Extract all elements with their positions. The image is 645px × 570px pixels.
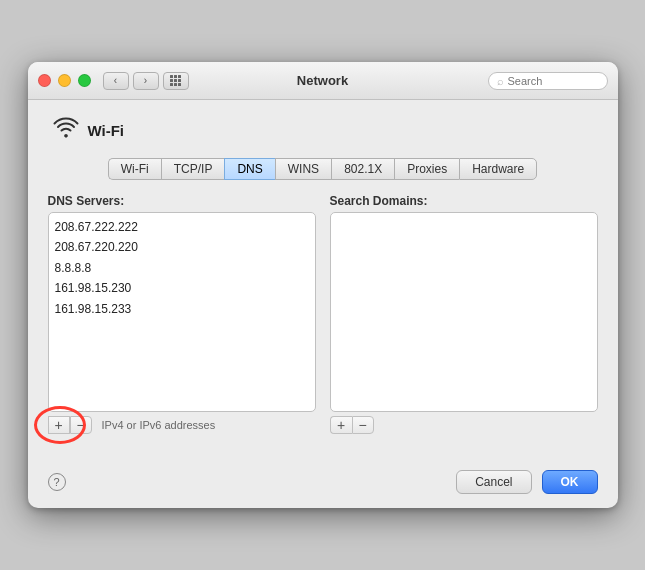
search-input[interactable] (508, 75, 588, 87)
list-item: 208.67.222.222 (55, 217, 309, 237)
search-domains-controls: + − (330, 416, 598, 434)
dns-servers-panel: DNS Servers: 208.67.222.222 208.67.220.2… (48, 194, 316, 434)
forward-button[interactable]: › (133, 72, 159, 90)
tab-hardware[interactable]: Hardware (459, 158, 537, 180)
panels: DNS Servers: 208.67.222.222 208.67.220.2… (48, 194, 598, 434)
search-domains-remove-button[interactable]: − (352, 416, 374, 434)
maximize-button[interactable] (78, 74, 91, 87)
tab-wins[interactable]: WINS (275, 158, 331, 180)
list-item: 208.67.220.220 (55, 237, 309, 257)
list-item: 8.8.8.8 (55, 258, 309, 278)
dns-controls: + − IPv4 or IPv6 addresses (48, 416, 316, 434)
search-domains-label: Search Domains: (330, 194, 598, 208)
tab-8021x[interactable]: 802.1X (331, 158, 394, 180)
help-button[interactable]: ? (48, 473, 66, 491)
search-domains-list[interactable] (330, 212, 598, 412)
grid-button[interactable] (163, 72, 189, 90)
nav-buttons: ‹ › (103, 72, 159, 90)
dns-servers-label: DNS Servers: (48, 194, 316, 208)
search-domains-panel: Search Domains: + − (330, 194, 598, 434)
dns-add-button[interactable]: + (48, 416, 70, 434)
tabs-bar: Wi-Fi TCP/IP DNS WINS 802.1X Proxies Har… (48, 158, 598, 180)
main-window: ‹ › Network ⌕ (28, 62, 618, 508)
ok-button[interactable]: OK (542, 470, 598, 494)
search-icon: ⌕ (497, 75, 504, 87)
wifi-icon (52, 116, 80, 144)
wifi-header: Wi-Fi (48, 116, 598, 144)
tab-dns[interactable]: DNS (224, 158, 274, 180)
tab-wifi[interactable]: Wi-Fi (108, 158, 161, 180)
search-domains-add-button[interactable]: + (330, 416, 352, 434)
add-remove-group: + − (48, 416, 92, 434)
window-title: Network (297, 73, 348, 88)
cancel-button[interactable]: Cancel (456, 470, 531, 494)
tab-proxies[interactable]: Proxies (394, 158, 459, 180)
footer: ? Cancel OK (28, 460, 618, 508)
tab-tcpip[interactable]: TCP/IP (161, 158, 225, 180)
search-bar[interactable]: ⌕ (488, 72, 608, 90)
footer-buttons: Cancel OK (456, 470, 597, 494)
back-button[interactable]: ‹ (103, 72, 129, 90)
list-item: 161.98.15.233 (55, 299, 309, 319)
dns-servers-list[interactable]: 208.67.222.222 208.67.220.220 8.8.8.8 16… (48, 212, 316, 412)
content-area: Wi-Fi Wi-Fi TCP/IP DNS WINS 802.1X Proxi… (28, 100, 618, 460)
wifi-label: Wi-Fi (88, 122, 125, 139)
dns-remove-button[interactable]: − (70, 416, 92, 434)
list-item: 161.98.15.230 (55, 278, 309, 298)
close-button[interactable] (38, 74, 51, 87)
dns-hint: IPv4 or IPv6 addresses (102, 419, 216, 431)
traffic-lights (38, 74, 91, 87)
titlebar: ‹ › Network ⌕ (28, 62, 618, 100)
minimize-button[interactable] (58, 74, 71, 87)
